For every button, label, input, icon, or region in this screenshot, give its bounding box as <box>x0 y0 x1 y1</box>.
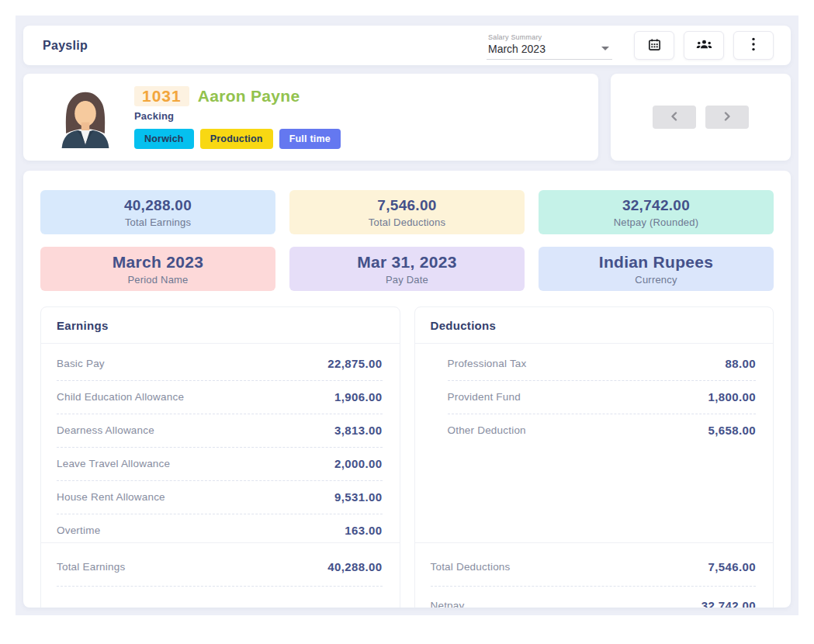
earnings-title: Earnings <box>41 307 400 344</box>
tile-netpay-rounded: 32,742.00 Netpay (Rounded) <box>539 190 774 234</box>
employee-name: Aaron Payne <box>198 87 300 106</box>
table-row: Provident Fund 1,800.00 <box>448 381 757 414</box>
row-value: 5,658.00 <box>708 424 756 437</box>
row-value: 2,000.00 <box>334 457 383 470</box>
tile-label: Pay Date <box>386 274 428 286</box>
row-value: 9,531.00 <box>334 490 383 504</box>
topbar: Payslip Salary Summary March 2023 <box>23 26 791 65</box>
earnings-totals: Total Earnings 40,288.00 <box>41 542 400 587</box>
tile-currency: Indian Rupees Currency <box>539 247 774 291</box>
chevron-left-icon <box>670 112 679 123</box>
row-value: 40,288.00 <box>327 560 382 573</box>
row-value: 1,800.00 <box>708 390 756 403</box>
row-value: 3,813.00 <box>334 424 383 437</box>
row-label: Child Education Allowance <box>57 391 184 403</box>
select-value: March 2023 <box>488 43 611 55</box>
location-badge: Norwich <box>134 129 194 149</box>
content-area: Payslip Salary Summary March 2023 <box>16 16 798 615</box>
tile-value: 7,546.00 <box>377 197 436 214</box>
table-row: Professional Tax 88.00 <box>448 348 757 381</box>
total-row: Total Earnings 40,288.00 <box>57 548 383 587</box>
row-value: 88.00 <box>725 357 756 370</box>
table-row: House Rent Allowance 9,531.00 <box>57 481 383 514</box>
topbar-actions: Salary Summary March 2023 <box>487 31 774 60</box>
table-row: Child Education Allowance 1,906.00 <box>57 381 383 414</box>
employment-type-badge: Full time <box>279 129 341 149</box>
payslip-detail-card: 40,288.00 Total Earnings 7,546.00 Total … <box>23 171 791 608</box>
row-value: 32,742.00 <box>701 599 756 608</box>
previous-employee-button[interactable] <box>653 106 696 129</box>
salary-summary-select[interactable]: Salary Summary March 2023 <box>487 32 612 60</box>
calendar-icon <box>647 37 662 54</box>
division-badge: Production <box>200 129 273 149</box>
tile-value: Mar 31, 2023 <box>357 253 457 272</box>
employee-avatar <box>56 85 115 149</box>
row-label: Overtime <box>57 525 100 536</box>
row-label: Professional Tax <box>448 358 527 369</box>
table-row: Dearness Allowance 3,813.00 <box>57 414 383 448</box>
chevron-right-icon <box>722 112 732 123</box>
netpay-row: Netpay 32,742.00 <box>431 587 757 608</box>
table-row: Basic Pay 22,875.00 <box>57 348 383 381</box>
table-row: Leave Travel Allowance 2,000.00 <box>57 448 383 481</box>
tile-label: Period Name <box>127 274 188 286</box>
people-group-icon <box>696 38 712 53</box>
chevron-down-icon <box>601 47 609 50</box>
deductions-title: Deductions <box>415 307 774 344</box>
row-label: Other Deduction <box>448 424 526 436</box>
select-label: Salary Summary <box>488 33 611 41</box>
tile-period-name: March 2023 Period Name <box>40 247 275 291</box>
row-label: Total Earnings <box>57 561 125 573</box>
tile-value: 32,742.00 <box>622 197 690 214</box>
row-label: Dearness Allowance <box>57 424 154 436</box>
employee-info: 1031 Aaron Payne Packing Norwich Product… <box>134 86 341 149</box>
more-options-button[interactable] <box>733 31 774 60</box>
next-employee-button[interactable] <box>705 106 749 129</box>
row-label: Leave Travel Allowance <box>57 458 170 469</box>
page-title: Payslip <box>43 39 88 53</box>
row-label: Netpay <box>431 600 465 608</box>
employee-badges: Norwich Production Full time <box>134 129 341 149</box>
tile-value: 40,288.00 <box>124 197 192 214</box>
earnings-rows: Basic Pay 22,875.00 Child Education Allo… <box>41 344 400 542</box>
employee-department: Packing <box>134 110 341 122</box>
employees-button[interactable] <box>684 31 724 60</box>
row-label: Total Deductions <box>431 561 511 573</box>
employee-row: 1031 Aaron Payne Packing Norwich Product… <box>23 74 791 161</box>
row-label: Basic Pay <box>57 358 105 369</box>
row-value: 1,906.00 <box>334 390 383 403</box>
deductions-panel: Deductions Professional Tax 88.00 Provid… <box>414 306 774 608</box>
tile-label: Total Deductions <box>369 216 445 228</box>
tile-label: Netpay (Rounded) <box>614 216 698 228</box>
row-label: Provident Fund <box>448 391 521 403</box>
tile-label: Total Earnings <box>125 216 191 228</box>
earnings-panel: Earnings Basic Pay 22,875.00 Child Educa… <box>40 306 400 608</box>
payslip-screen: Payslip Salary Summary March 2023 <box>0 0 814 644</box>
tile-total-earnings: 40,288.00 Total Earnings <box>40 190 275 234</box>
summary-tiles: 40,288.00 Total Earnings 7,546.00 Total … <box>40 190 774 291</box>
table-row: Other Deduction 5,658.00 <box>448 414 757 447</box>
total-row: Total Deductions 7,546.00 <box>431 548 757 587</box>
tile-total-deductions: 7,546.00 Total Deductions <box>289 190 525 234</box>
employee-id-badge: 1031 <box>134 86 189 106</box>
calendar-button[interactable] <box>634 31 674 60</box>
detail-panels: Earnings Basic Pay 22,875.00 Child Educa… <box>40 306 774 608</box>
kebab-menu-icon <box>751 37 756 54</box>
tile-pay-date: Mar 31, 2023 Pay Date <box>289 247 525 291</box>
employee-card: 1031 Aaron Payne Packing Norwich Product… <box>23 74 598 161</box>
row-value: 163.00 <box>345 524 382 537</box>
tile-label: Currency <box>635 274 677 286</box>
employee-nav-card <box>611 74 791 161</box>
tile-value: March 2023 <box>113 253 203 272</box>
table-row: Overtime 163.00 <box>57 514 383 542</box>
row-value: 7,546.00 <box>708 560 756 573</box>
row-label: House Rent Allowance <box>57 491 165 503</box>
row-value: 22,875.00 <box>327 357 382 370</box>
deductions-totals: Total Deductions 7,546.00 Netpay 32,742.… <box>415 542 774 608</box>
deductions-rows: Professional Tax 88.00 Provident Fund 1,… <box>415 344 774 542</box>
tile-value: Indian Rupees <box>599 253 713 272</box>
